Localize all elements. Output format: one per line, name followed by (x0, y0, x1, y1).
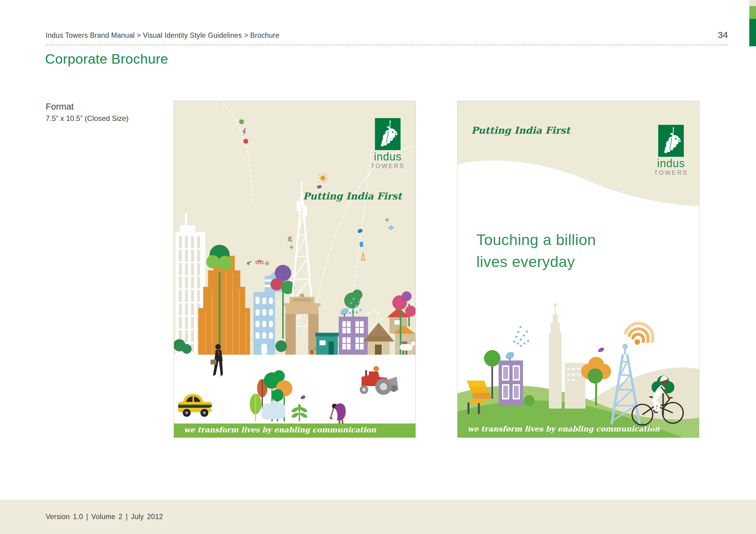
strip-slogan: we transform lives by enabling communica… (468, 424, 660, 433)
phone-icon (360, 242, 363, 247)
brand-manual-page: Indus Towers Brand Manual > Visual Ident… (0, 0, 756, 534)
indus-towers-logo: indus TOWERS (370, 118, 405, 169)
strip-slogan: we transform lives by enabling communica… (184, 425, 376, 434)
logo-sub-wordmark: TOWERS (370, 163, 405, 169)
cover-headline-line2: lives everyday (476, 251, 596, 273)
page-title: Corporate Brochure (45, 51, 168, 67)
format-value: 7.5” x 10.5” (Closed Size) (46, 114, 128, 123)
heart-icon (243, 139, 248, 144)
brochure-cover-rural: indus TOWERS Putting India First Touchin… (457, 101, 699, 438)
edge-tab-darkgreen (749, 19, 756, 46)
brand-tagline: Putting India First (471, 125, 570, 136)
page-number: 34 (704, 30, 728, 40)
bush (524, 395, 534, 406)
indus-towers-logo: indus TOWERS (653, 125, 689, 176)
format-label: Format (46, 102, 74, 112)
dotted-divider (46, 44, 728, 45)
brochure-cover-city: indus TOWERS Putting India First we tran… (174, 101, 416, 438)
unicorn-logo-icon (658, 125, 684, 157)
edge-tab-cream (749, 0, 756, 6)
logo-wordmark: indus (370, 151, 405, 162)
edge-tab-lightgreen (749, 6, 756, 19)
leaf-ball-icon (239, 119, 244, 124)
logo-sub-wordmark: TOWERS (653, 169, 689, 176)
logo-wordmark: indus (653, 158, 689, 169)
breadcrumb: Indus Towers Brand Manual > Visual Ident… (46, 31, 279, 39)
cover-headline: Touching a billion lives everyday (476, 229, 596, 273)
brand-tagline: Putting India First (303, 191, 402, 202)
footer-version-text: Version 1.0 | Volume 2 | July 2012 (46, 513, 163, 521)
edge-section-tab (749, 0, 756, 49)
coin-icon (265, 261, 269, 266)
cover-headline-line1: Touching a billion (476, 229, 596, 251)
unicorn-logo-icon (375, 118, 400, 150)
